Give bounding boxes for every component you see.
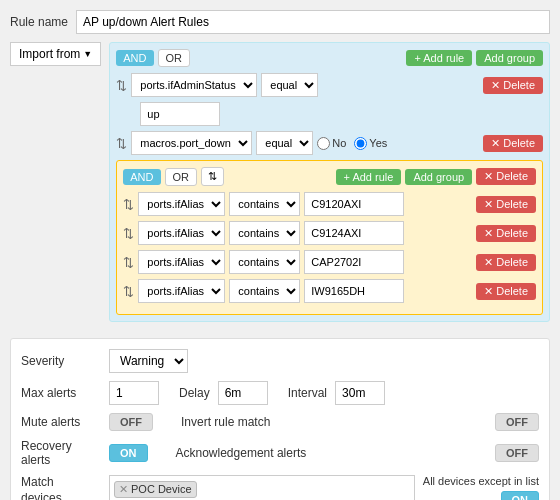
radio-no-label[interactable]: No [317,137,346,150]
mute-label: Mute alerts [21,415,101,429]
mute-row: Mute alerts OFF Invert rule match OFF [21,413,539,431]
main-add-group-button[interactable]: Add group [476,50,543,66]
sub-row-2: ⇅ ports.ifAlias contains ✕ Delete [123,221,536,245]
sort-icon-sub3[interactable]: ⇅ [123,255,134,270]
sub-delete-btn-4[interactable]: ✕ Delete [476,283,536,300]
sort-icon-row1[interactable]: ⇅ [116,78,127,93]
invert-toggle[interactable]: OFF [495,413,539,431]
sub-operator-select-4[interactable]: contains [229,279,300,303]
operator-select-row2[interactable]: equal [256,131,313,155]
sub-or-button[interactable]: OR [165,168,198,186]
match-tag-poc-device: ✕ POC Device [114,481,197,498]
radio-yes-label[interactable]: Yes [354,137,387,150]
match-label: Match devices, groups and locations list [21,475,101,500]
field-select-row2[interactable]: macros.port_down [131,131,252,155]
acknowledgement-label: Acknowledgement alerts [176,446,488,460]
recovery-toggle[interactable]: ON [109,444,148,462]
delay-label: Delay [179,386,210,400]
max-alerts-input[interactable] [109,381,159,405]
mute-toggle[interactable]: OFF [109,413,153,431]
all-devices-toggle[interactable]: ON [501,491,540,500]
sub-sort-button[interactable]: ⇅ [201,167,224,186]
all-devices-section: All devices except in list ON [423,475,539,500]
sub-delete-btn-1[interactable]: ✕ Delete [476,196,536,213]
acknowledgement-toggle[interactable]: OFF [495,444,539,462]
tag-remove-icon[interactable]: ✕ [119,483,128,496]
sub-add-group-button[interactable]: Add group [405,169,472,185]
sort-icon-row2[interactable]: ⇅ [116,136,127,151]
sub-group: AND OR ⇅ + Add rule Add group ✕ Delete ⇅… [116,160,543,315]
all-devices-label: All devices except in list [423,475,539,487]
rule-name-label: Rule name [10,15,68,29]
sub-value-input-4[interactable] [304,279,404,303]
sort-icon-sub1[interactable]: ⇅ [123,197,134,212]
sub-delete-btn-2[interactable]: ✕ Delete [476,225,536,242]
max-alerts-label: Max alerts [21,386,101,400]
delete-button-row2[interactable]: ✕ Delete [483,135,543,152]
main-or-button[interactable]: OR [158,49,191,67]
sub-row-3: ⇅ ports.ifAlias contains ✕ Delete [123,250,536,274]
form-section: Severity Warning Critical Error Info Max… [10,338,550,500]
delete-button-row1[interactable]: ✕ Delete [483,77,543,94]
rule-name-input[interactable] [76,10,550,34]
sub-operator-select-1[interactable]: contains [229,192,300,216]
delay-input[interactable] [218,381,268,405]
interval-input[interactable] [335,381,385,405]
radio-group-row2: No Yes [317,137,387,150]
recovery-row: Recovery alerts ON Acknowledgement alert… [21,439,539,467]
import-caret-icon: ▼ [83,49,92,59]
main-and-button[interactable]: AND [116,50,153,66]
sub-add-rule-button[interactable]: + Add rule [336,169,402,185]
sub-field-select-1[interactable]: ports.ifAlias [138,192,225,216]
invert-label: Invert rule match [181,415,487,429]
sort-icon-sub2[interactable]: ⇅ [123,226,134,241]
severity-select[interactable]: Warning Critical Error Info [109,349,188,373]
sub-field-select-2[interactable]: ports.ifAlias [138,221,225,245]
sub-delete-btn-3[interactable]: ✕ Delete [476,254,536,271]
sub-operator-select-2[interactable]: contains [229,221,300,245]
tag-label: POC Device [131,483,192,495]
import-from-button[interactable]: Import from ▼ [10,42,101,66]
sub-and-button[interactable]: AND [123,169,160,185]
radio-no[interactable] [317,137,330,150]
sub-field-select-3[interactable]: ports.ifAlias [138,250,225,274]
recovery-label: Recovery alerts [21,439,101,467]
metrics-row: Max alerts Delay Interval [21,381,539,405]
sub-operator-select-3[interactable]: contains [229,250,300,274]
sub-delete-button[interactable]: ✕ Delete [476,168,536,185]
severity-row: Severity Warning Critical Error Info [21,349,539,373]
sub-row-4: ⇅ ports.ifAlias contains ✕ Delete [123,279,536,303]
sub-value-input-3[interactable] [304,250,404,274]
severity-label: Severity [21,354,101,368]
value-input-row1[interactable] [140,102,220,126]
main-add-rule-button[interactable]: + Add rule [406,50,472,66]
import-from-label: Import from [19,47,80,61]
sub-value-input-2[interactable] [304,221,404,245]
operator-select-row1[interactable]: equal [261,73,318,97]
radio-yes[interactable] [354,137,367,150]
interval-label: Interval [288,386,327,400]
sub-value-input-1[interactable] [304,192,404,216]
field-select-row1[interactable]: ports.ifAdminStatus [131,73,257,97]
sub-row-1: ⇅ ports.ifAlias contains ✕ Delete [123,192,536,216]
match-tag-input[interactable]: ✕ POC Device [109,475,415,500]
sub-field-select-4[interactable]: ports.ifAlias [138,279,225,303]
sort-icon-sub4[interactable]: ⇅ [123,284,134,299]
match-row: Match devices, groups and locations list… [21,475,539,500]
